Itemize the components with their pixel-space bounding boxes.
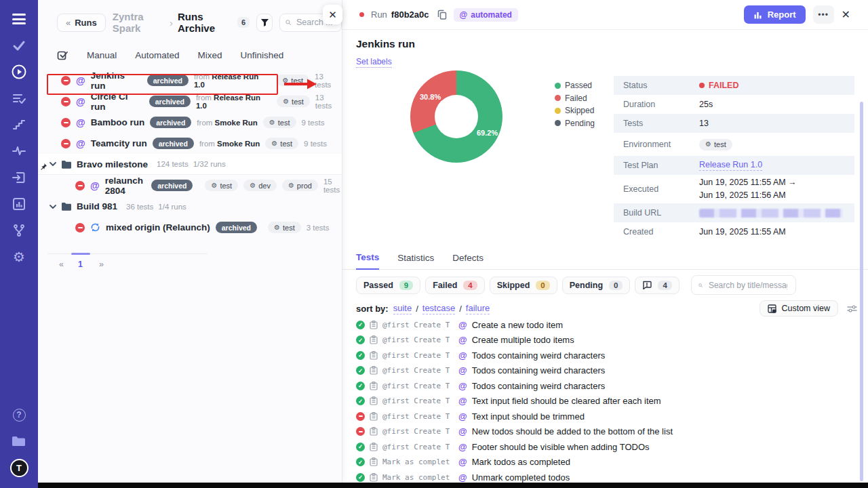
comment-icon	[642, 281, 652, 289]
filter-failed-button[interactable]: Failed4	[425, 277, 485, 294]
custom-view-button[interactable]: Custom view	[760, 300, 838, 317]
tab-unfinished[interactable]: Unfinished	[241, 50, 284, 60]
run-row-circle-ci[interactable]: @ Circle CI run archived from Release Ru…	[38, 91, 342, 112]
test-row[interactable]: @first Create To… @ Text input should be…	[356, 409, 859, 424]
import-icon[interactable]	[11, 169, 27, 186]
folder-row-build-981[interactable]: Build 981 36 tests 1/4 runs	[38, 196, 342, 217]
test-title[interactable]: New todos should be added to the bottom …	[472, 426, 673, 436]
test-row[interactable]: Mark as complete… @ Mark todos as comple…	[356, 455, 859, 470]
folder-name[interactable]: Build 981	[77, 201, 117, 211]
filter-button[interactable]	[256, 14, 273, 32]
branches-icon[interactable]	[11, 222, 27, 239]
test-title[interactable]: Todos containing weird characters	[472, 350, 606, 361]
tab-tests[interactable]: Tests	[356, 252, 379, 270]
reports-chart-icon[interactable]	[11, 196, 27, 212]
test-title[interactable]: Unmark completed todos	[472, 472, 570, 483]
detail-scrollbar[interactable]	[860, 102, 863, 481]
run-row-mixed-origin[interactable]: mixed origin (Relaunch) archived ⚙test 3…	[38, 217, 342, 238]
chevron-down-icon[interactable]	[50, 204, 56, 209]
sliders-icon[interactable]	[847, 304, 857, 313]
sort-failure-link[interactable]: failure	[466, 303, 490, 314]
tab-statistics[interactable]: Statistics	[397, 253, 434, 269]
env-tag[interactable]: ⚙test	[268, 222, 301, 233]
search-icon	[698, 281, 703, 289]
tab-defects[interactable]: Defects	[452, 253, 484, 269]
env-tag-test[interactable]: ⚙test	[205, 180, 238, 191]
report-button[interactable]: Report	[744, 5, 806, 24]
env-tag-dev[interactable]: ⚙dev	[243, 180, 277, 191]
test-row[interactable]: @first Create To… @ Create multiple todo…	[356, 333, 859, 348]
run-name[interactable]: mixed origin (Relaunch)	[106, 222, 210, 232]
test-title[interactable]: Footer should be visible when adding TOD…	[472, 442, 650, 452]
profile-avatar[interactable]: T	[10, 459, 28, 477]
run-name[interactable]: Teamcity run	[91, 138, 147, 148]
test-title[interactable]: Text input field should be cleared after…	[472, 396, 661, 406]
test-row[interactable]: @first Create To… @ Todos containing wei…	[356, 348, 859, 363]
test-title[interactable]: Mark todos as completed	[472, 457, 570, 467]
tab-automated[interactable]: Automated	[135, 50, 179, 60]
select-all-icon[interactable]	[57, 49, 68, 61]
test-title[interactable]: Todos containing weird characters	[472, 381, 606, 391]
test-title[interactable]: Create a new todo item	[472, 320, 563, 330]
run-name[interactable]: relaunch 2804	[105, 176, 146, 196]
test-plans-icon[interactable]	[11, 90, 27, 106]
folder-row-bravo-milestone[interactable]: Bravo milestone 124 tests 1/32 runs	[38, 154, 342, 175]
settings-gear-icon[interactable]: ⚙	[11, 249, 27, 265]
run-row-relaunch-2804[interactable]: @ relaunch 2804 archived ⚙test ⚙dev ⚙pro…	[38, 175, 342, 196]
env-tag[interactable]: ⚙test	[699, 139, 732, 150]
env-tag[interactable]: ⚙test	[263, 117, 296, 128]
tests-check-icon[interactable]	[11, 37, 27, 54]
test-row[interactable]: @first Create To… @ Footer should be vis…	[356, 439, 859, 455]
filter-skipped-button[interactable]: Skipped0	[490, 277, 557, 294]
pagination-next[interactable]: »	[99, 260, 104, 269]
filter-passed-button[interactable]: Passed9	[356, 277, 420, 294]
test-title[interactable]: Todos containing weird characters	[472, 365, 606, 375]
build-url-redacted[interactable]	[699, 209, 843, 218]
analytics-pulse-icon[interactable]	[11, 143, 27, 159]
test-row[interactable]: @first Create To… @ Todos containing wei…	[356, 363, 859, 379]
sort-suite-link[interactable]: suite	[393, 303, 412, 314]
test-row[interactable]: @first Create To… @ Todos containing wei…	[356, 378, 859, 394]
folder-icon	[61, 202, 72, 211]
run-name[interactable]: Jenkins run	[91, 70, 142, 91]
filter-comments-button[interactable]: 4	[635, 277, 679, 294]
env-tag[interactable]: ⚙test	[265, 138, 298, 149]
runs-panel-close-button[interactable]: ✕	[323, 5, 342, 24]
breadcrumb-project[interactable]: Zyntra Spark	[113, 11, 165, 34]
tab-manual[interactable]: Manual	[87, 50, 117, 60]
test-row[interactable]: @first Create To… @ New todos should be …	[356, 424, 859, 440]
pagination-page-1[interactable]: 1	[78, 260, 83, 269]
env-tag-prod[interactable]: ⚙prod	[282, 180, 318, 191]
filter-pending-button[interactable]: Pending0	[562, 277, 631, 294]
tab-mixed[interactable]: Mixed	[198, 50, 222, 60]
steps-icon[interactable]	[11, 117, 27, 133]
projects-folder-icon[interactable]	[11, 433, 27, 449]
run-name[interactable]: Circle CI run	[91, 92, 144, 112]
run-row-bamboo[interactable]: @ Bamboo run archived from Smoke Run ⚙te…	[38, 112, 342, 133]
test-row[interactable]: @first Create To… @ Text input field sho…	[356, 394, 859, 409]
runs-play-icon[interactable]	[11, 64, 27, 80]
left-nav-rail: ⚙ ? T	[0, 0, 38, 488]
test-row[interactable]: @first Create To… @ Create a new todo it…	[356, 317, 859, 333]
more-actions-button[interactable]: •••	[813, 5, 834, 24]
help-icon[interactable]: ?	[11, 407, 27, 423]
test-title[interactable]: Text input should be trimmed	[472, 411, 585, 422]
chevron-down-icon[interactable]	[50, 161, 56, 167]
copy-icon[interactable]	[437, 9, 447, 20]
automated-run-icon: @	[76, 76, 85, 85]
tests-search-input[interactable]	[707, 280, 789, 291]
run-name[interactable]: Bamboo run	[91, 117, 145, 127]
pagination-prev[interactable]: «	[59, 260, 64, 269]
env-tag[interactable]: ⚙test	[277, 96, 310, 107]
suite-name: @first Create To…	[382, 336, 450, 344]
back-to-runs-button[interactable]: « Runs	[57, 14, 106, 32]
folder-name[interactable]: Bravo milestone	[77, 159, 148, 169]
test-plan-link[interactable]: Release Run 1.0	[699, 160, 762, 171]
test-title[interactable]: Create multiple todo items	[472, 335, 574, 345]
sort-testcase-link[interactable]: testcase	[422, 303, 455, 314]
menu-icon[interactable]	[11, 11, 27, 27]
run-row-teamcity[interactable]: @ Teamcity run archived from Smoke Run ⚙…	[38, 133, 342, 154]
detail-close-button[interactable]: ✕	[842, 8, 850, 21]
set-labels-link[interactable]: Set labels	[356, 57, 392, 68]
testcase-icon	[370, 321, 378, 329]
